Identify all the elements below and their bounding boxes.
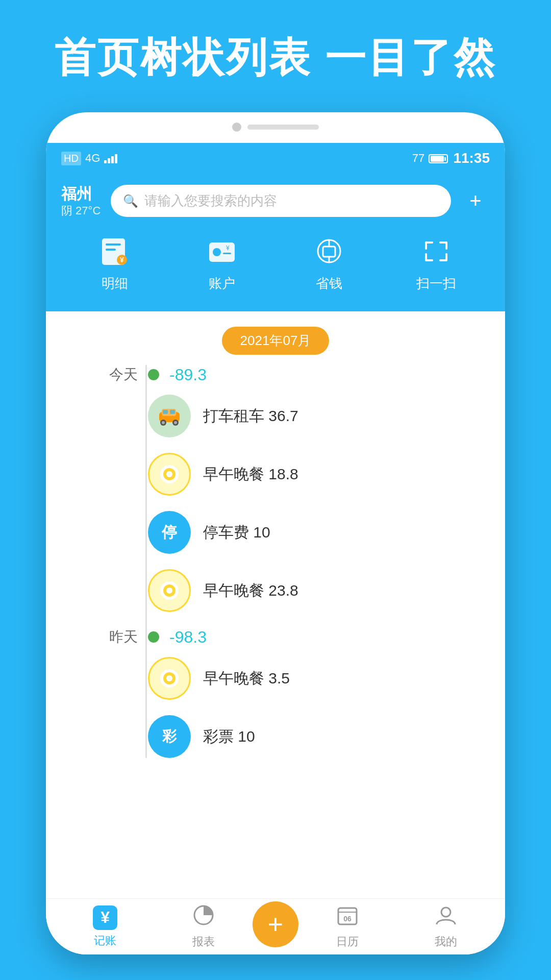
transaction-food1[interactable]: 早午晚餐 18.8 — [77, 453, 474, 496]
content-area: 2021年07月 今天 -89.3 — [46, 311, 505, 903]
svg-point-26 — [166, 587, 172, 594]
svg-rect-10 — [323, 247, 335, 257]
tab-bar: ¥ 记账 报表 + 06 日历 — [46, 898, 505, 954]
account-icon: ¥ — [202, 234, 242, 270]
tab-bookkeep[interactable]: ¥ 记账 — [56, 905, 155, 948]
add-button[interactable]: + — [461, 187, 490, 215]
transaction-parking[interactable]: 停 停车费 10 — [77, 511, 474, 554]
bookkeep-icon: ¥ — [93, 905, 117, 930]
svg-rect-20 — [170, 410, 175, 414]
day-row-today: 今天 -89.3 — [77, 365, 474, 384]
location-city: 福州 — [61, 184, 101, 204]
food1-icon — [148, 453, 191, 496]
header-top: 福州 阴 27°C 🔍 请输入您要搜索的内容 + — [61, 184, 490, 218]
transaction-car[interactable]: 打车租车 36.7 — [77, 395, 474, 437]
nav-item-detail[interactable]: ¥ 明细 — [94, 234, 135, 292]
detail-label: 明细 — [102, 275, 128, 292]
today-dot — [148, 369, 159, 380]
day-group-today: 今天 -89.3 — [77, 365, 474, 612]
svg-rect-1 — [106, 243, 121, 246]
tx-lottery-label: 彩票 10 — [203, 726, 255, 747]
transaction-food2[interactable]: 早午晚餐 23.8 — [77, 569, 474, 612]
day-group-yesterday: 昨天 -98.3 早午晚餐 3.5 — [77, 627, 474, 758]
save-label: 省钱 — [316, 275, 342, 292]
tx-food1-label: 早午晚餐 18.8 — [203, 464, 298, 485]
detail-icon: ¥ — [94, 234, 135, 270]
location-weather: 阴 27°C — [61, 204, 101, 218]
svg-point-34 — [441, 908, 450, 917]
svg-point-18 — [174, 421, 177, 424]
notch-dot — [232, 122, 241, 132]
month-badge: 2021年07月 — [222, 327, 330, 355]
tab-calendar[interactable]: 06 日历 — [298, 904, 397, 949]
car-icon — [148, 395, 191, 437]
timeline: 今天 -89.3 — [46, 365, 505, 758]
tab-mine[interactable]: 我的 — [397, 904, 495, 949]
nav-item-scan[interactable]: 扫一扫 — [416, 234, 457, 292]
svg-text:¥: ¥ — [120, 256, 124, 264]
svg-point-6 — [213, 248, 221, 256]
tx-food3-label: 早午晚餐 3.5 — [203, 668, 290, 689]
status-left: HD 4G — [61, 152, 117, 165]
food3-icon — [148, 657, 191, 700]
app-header: 福州 阴 27°C 🔍 请输入您要搜索的内容 + ¥ — [46, 174, 505, 313]
report-icon — [192, 904, 215, 931]
food2-icon — [148, 569, 191, 612]
day-row-yesterday: 昨天 -98.3 — [77, 627, 474, 647]
search-placeholder-text: 请输入您要搜索的内容 — [144, 192, 277, 210]
yesterday-label: 昨天 — [77, 627, 138, 647]
tab-report[interactable]: 报表 — [155, 904, 253, 949]
svg-point-29 — [166, 675, 172, 681]
transaction-food3[interactable]: 早午晚餐 3.5 — [77, 657, 474, 700]
status-right: 77 11:35 — [412, 150, 490, 166]
account-label: 账户 — [209, 275, 235, 292]
search-bar[interactable]: 🔍 请输入您要搜索的内容 — [111, 185, 451, 217]
month-badge-wrap: 2021年07月 — [46, 311, 505, 365]
svg-point-23 — [166, 471, 172, 477]
lottery-icon: 彩 — [148, 715, 191, 758]
tx-food2-label: 早午晚餐 23.8 — [203, 580, 298, 601]
bookkeep-label: 记账 — [94, 933, 116, 948]
tx-car-label: 打车租车 36.7 — [203, 406, 298, 427]
signal-icon — [104, 153, 117, 163]
today-amount: -89.3 — [169, 365, 207, 384]
save-icon — [309, 234, 349, 270]
network-type: 4G — [85, 152, 100, 165]
status-bar: HD 4G 77 11:35 — [46, 143, 505, 174]
phone-notch — [232, 122, 319, 132]
tab-add-center[interactable]: + — [253, 901, 298, 952]
today-label: 今天 — [77, 365, 138, 384]
mine-icon — [435, 904, 457, 931]
svg-rect-2 — [106, 249, 116, 251]
tx-parking-label: 停车费 10 — [203, 522, 270, 543]
search-icon: 🔍 — [123, 194, 138, 208]
svg-text:¥: ¥ — [226, 244, 230, 252]
yesterday-dot — [148, 631, 159, 643]
nav-item-account[interactable]: ¥ 账户 — [202, 234, 242, 292]
transaction-lottery[interactable]: 彩 彩票 10 — [77, 715, 474, 758]
notch-bar — [247, 125, 319, 130]
nav-item-save[interactable]: 省钱 — [309, 234, 349, 292]
hd-label: HD — [61, 152, 81, 165]
page-headline: 首页树状列表 一目了然 — [0, 31, 551, 86]
scan-icon — [416, 234, 457, 270]
svg-text:06: 06 — [343, 915, 352, 923]
add-center-button[interactable]: + — [253, 901, 298, 947]
battery-level: 77 — [412, 152, 448, 165]
yesterday-amount: -98.3 — [169, 628, 207, 647]
svg-rect-19 — [163, 410, 168, 414]
scan-label: 扫一扫 — [416, 275, 456, 292]
parking-icon: 停 — [148, 511, 191, 554]
svg-rect-8 — [223, 253, 231, 254]
phone-frame: HD 4G 77 11:35 福州 阴 27° — [46, 112, 505, 954]
status-time: 11:35 — [453, 150, 490, 166]
report-label: 报表 — [192, 934, 215, 949]
svg-point-16 — [162, 421, 165, 424]
location-info: 福州 阴 27°C — [61, 184, 101, 218]
quick-nav: ¥ 明细 ¥ 账户 — [61, 229, 490, 298]
calendar-icon: 06 — [336, 904, 359, 931]
mine-label: 我的 — [435, 934, 457, 949]
calendar-label: 日历 — [336, 934, 359, 949]
